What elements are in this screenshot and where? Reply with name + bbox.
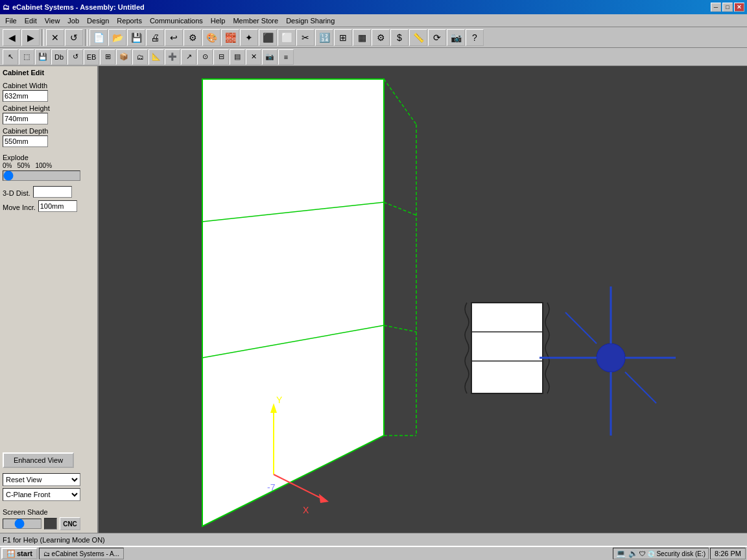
measure-button[interactable]: 📏: [409, 29, 427, 46]
maximize-button[interactable]: □: [722, 3, 733, 12]
toolbar-1: ◀▶✕↺📄📂💾🖨↩⚙🎨🧱✦⬛⬜✂🔢⊞▦⚙$📏⟳📷?: [0, 27, 747, 48]
cut-button[interactable]: ✂: [296, 29, 314, 46]
arrow-button[interactable]: ↗: [181, 49, 196, 65]
shade-slider[interactable]: [3, 519, 42, 529]
minimize-button[interactable]: ─: [711, 3, 721, 12]
grid-button[interactable]: ⊞: [100, 49, 115, 65]
canvas-area[interactable]: -7 X Y: [99, 66, 747, 533]
explode-slider[interactable]: [3, 170, 80, 181]
savescene-button[interactable]: 💾: [35, 49, 51, 65]
view3d-button[interactable]: ⬚: [19, 49, 34, 65]
cabinet-height-input[interactable]: [3, 113, 48, 124]
menu-item-member-store[interactable]: Member Store: [229, 16, 282, 26]
render-button[interactable]: 🎨: [202, 29, 220, 46]
close-button[interactable]: ✕: [734, 3, 744, 12]
start-icon: 🪟: [6, 550, 16, 558]
select-button[interactable]: ↖: [3, 49, 18, 65]
explode-50: 50%: [17, 162, 30, 169]
cabinet-depth-input[interactable]: [3, 135, 48, 147]
calc-button[interactable]: 🔢: [315, 29, 333, 46]
cabinet-width-input[interactable]: [3, 90, 48, 102]
menu-item-communications[interactable]: Communications: [146, 16, 207, 26]
menu-item-design-sharing[interactable]: Design Sharing: [282, 16, 338, 26]
toolbar-separator-2: [85, 29, 88, 46]
statusbar-text: F1 for Help (Learning Mode ON): [3, 536, 744, 544]
list-button[interactable]: ≡: [278, 49, 294, 65]
refresh-button[interactable]: ↺: [65, 29, 83, 46]
view-section: Reset View Front View Top View Side View…: [3, 473, 95, 503]
camera-button[interactable]: 📷: [447, 29, 465, 46]
taskbar-clock: 8:26 PM: [710, 548, 746, 559]
cnc-button[interactable]: CNC: [60, 517, 80, 530]
reset-view-select[interactable]: Reset View Front View Top View Side View…: [3, 473, 80, 486]
svg-text:-7: -7: [267, 482, 276, 493]
cabinet-depth-label: Cabinet Depth: [3, 127, 95, 135]
dist-input[interactable]: [33, 186, 72, 198]
toolbar-2: ↖⬚💾Db↺EB⊞📦🗂📐➕↗⊙⊟▤✕📷≡: [0, 48, 747, 66]
back-button[interactable]: ◀: [3, 29, 21, 46]
parts-button[interactable]: ▦: [353, 29, 371, 46]
additem-button[interactable]: ➕: [165, 49, 180, 65]
start-button[interactable]: 🪟 start: [1, 548, 38, 559]
settings-button[interactable]: ⚙: [184, 29, 202, 46]
shade-color-box: [44, 518, 57, 530]
rotate-button[interactable]: ⟳: [428, 29, 446, 46]
explode-100: 100%: [35, 162, 52, 169]
plan-button[interactable]: ⬛: [259, 29, 277, 46]
menu-item-view[interactable]: View: [41, 16, 64, 26]
array-button[interactable]: ⊟: [213, 49, 229, 65]
cabinet-height-label: Cabinet Height: [3, 104, 95, 112]
menu-item-help[interactable]: Help: [207, 16, 230, 26]
menu-item-design[interactable]: Design: [83, 16, 113, 26]
enhanced-view-button[interactable]: Enhanced View: [3, 452, 74, 468]
save-button[interactable]: 💾: [127, 29, 145, 46]
elevation-button[interactable]: ⬜: [278, 29, 296, 46]
move-label: Move Incr.: [3, 204, 36, 211]
parts2-button[interactable]: ▤: [230, 49, 245, 65]
app-title: eCabinet Systems - Assembly: Untitled: [12, 3, 145, 11]
explode-label: Explode: [3, 154, 95, 161]
svg-text:X: X: [303, 505, 309, 515]
item-button[interactable]: 📦: [116, 49, 132, 65]
camera2-button[interactable]: 📷: [262, 49, 278, 65]
eb-button[interactable]: EB: [84, 49, 99, 65]
explode-marks: 0% 50% 100%: [3, 162, 95, 169]
print-button[interactable]: 🖨: [146, 29, 164, 46]
size-button[interactable]: 📐: [148, 49, 164, 65]
update-button[interactable]: ↺: [67, 49, 83, 65]
taskbar-tray: 💻 🔊 🛡 💿 Security disk (E:): [613, 548, 709, 559]
scene-svg: -7 X Y: [99, 66, 747, 533]
start-label: start: [17, 550, 32, 557]
app-icon: 🗂: [3, 3, 10, 11]
norton-tray: 🛡: [639, 550, 646, 557]
titlebar: 🗂 eCabinet Systems - Assembly: Untitled …: [0, 0, 747, 14]
undo-button[interactable]: ↩: [165, 29, 183, 46]
snap-button[interactable]: ✦: [240, 29, 258, 46]
cplane-select[interactable]: C-Plane Front C-Plane Back C-Plane Top: [3, 488, 80, 501]
taskbar: 🪟 start 🗂 eCabinet Systems - A... 💻 🔊 🛡 …: [0, 546, 747, 560]
dist-label: 3-D Dist.: [3, 189, 30, 197]
shade-row: CNC: [3, 517, 95, 530]
forward-button[interactable]: ▶: [21, 29, 40, 46]
menu-item-job[interactable]: Job: [64, 16, 83, 26]
menu-item-file[interactable]: File: [1, 16, 21, 26]
svg-point-19: [597, 344, 625, 372]
stop-button[interactable]: ✕: [46, 29, 64, 46]
open-button[interactable]: 📂: [108, 29, 126, 46]
move-input[interactable]: [38, 200, 77, 212]
cost-button[interactable]: $: [390, 29, 409, 46]
cnc-button[interactable]: ⚙: [372, 29, 390, 46]
pattern-button[interactable]: ⊞: [334, 29, 352, 46]
db-button[interactable]: Db: [51, 49, 67, 65]
copy-button[interactable]: ⊙: [197, 49, 213, 65]
titlebar-left: 🗂 eCabinet Systems - Assembly: Untitled: [3, 3, 145, 11]
delete-button[interactable]: ✕: [246, 49, 261, 65]
help-button[interactable]: ?: [466, 29, 484, 46]
catalog-button[interactable]: 🗂: [132, 49, 148, 65]
menu-item-edit[interactable]: Edit: [21, 16, 41, 26]
menu-item-reports[interactable]: Reports: [113, 16, 146, 26]
taskbar-item-ecabinet[interactable]: 🗂 eCabinet Systems - A...: [39, 548, 124, 559]
material-button[interactable]: 🧱: [221, 29, 239, 46]
shade-label: Screen Shade: [3, 508, 95, 516]
new-button[interactable]: 📄: [89, 29, 108, 46]
